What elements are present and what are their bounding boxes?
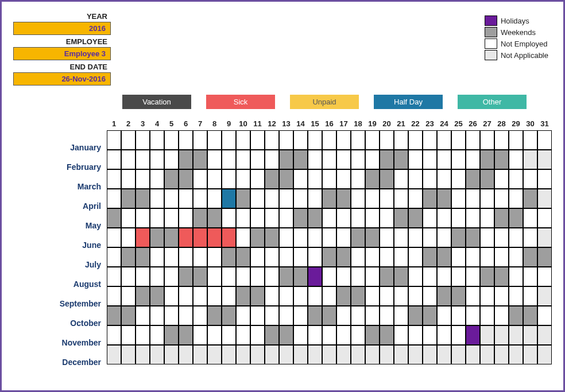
day-cell[interactable]: [380, 150, 394, 169]
day-cell[interactable]: [466, 169, 480, 189]
day-cell[interactable]: [380, 169, 394, 189]
day-cell[interactable]: [164, 286, 179, 306]
day-cell[interactable]: [437, 150, 451, 169]
day-cell[interactable]: [523, 306, 537, 325]
day-cell[interactable]: [121, 286, 136, 306]
day-cell[interactable]: [236, 325, 250, 345]
day-cell[interactable]: [293, 345, 308, 364]
day-cell[interactable]: [322, 345, 336, 364]
day-cell[interactable]: [322, 189, 336, 208]
day-cell[interactable]: [308, 150, 322, 169]
day-cell[interactable]: [322, 169, 336, 189]
day-cell[interactable]: [423, 247, 437, 267]
day-cell[interactable]: [394, 130, 408, 150]
day-cell[interactable]: [336, 130, 351, 150]
day-cell[interactable]: [523, 345, 537, 364]
day-cell[interactable]: [494, 130, 509, 150]
day-cell[interactable]: [451, 267, 466, 286]
day-cell[interactable]: [265, 150, 279, 169]
day-cell[interactable]: [451, 228, 466, 247]
day-cell[interactable]: [293, 169, 308, 189]
day-cell[interactable]: [293, 267, 308, 286]
day-cell[interactable]: [308, 247, 322, 267]
day-cell[interactable]: [107, 286, 121, 306]
day-cell[interactable]: [451, 150, 466, 169]
day-cell[interactable]: [222, 169, 236, 189]
day-cell[interactable]: [121, 345, 136, 364]
day-cell[interactable]: [265, 345, 279, 364]
day-cell[interactable]: [494, 286, 509, 306]
day-cell[interactable]: [179, 130, 193, 150]
day-cell[interactable]: [222, 306, 236, 325]
day-cell[interactable]: [121, 267, 136, 286]
day-cell[interactable]: [236, 345, 250, 364]
day-cell[interactable]: [150, 345, 164, 364]
day-cell[interactable]: [150, 306, 164, 325]
day-cell[interactable]: [351, 189, 365, 208]
day-cell[interactable]: [193, 267, 207, 286]
day-cell[interactable]: [179, 267, 193, 286]
day-cell[interactable]: [236, 130, 250, 150]
day-cell[interactable]: [480, 345, 494, 364]
year-value[interactable]: 2016: [13, 22, 111, 35]
enddate-value[interactable]: 26-Nov-2016: [13, 72, 111, 86]
day-cell[interactable]: [136, 286, 150, 306]
day-cell[interactable]: [394, 208, 408, 228]
day-cell[interactable]: [437, 130, 451, 150]
day-cell[interactable]: [380, 286, 394, 306]
day-cell[interactable]: [293, 150, 308, 169]
day-cell[interactable]: [394, 169, 408, 189]
day-cell[interactable]: [136, 345, 150, 364]
day-cell[interactable]: [408, 306, 423, 325]
day-cell[interactable]: [265, 169, 279, 189]
day-cell[interactable]: [408, 286, 423, 306]
day-cell[interactable]: [380, 130, 394, 150]
day-cell[interactable]: [394, 345, 408, 364]
day-cell[interactable]: [380, 247, 394, 267]
day-cell[interactable]: [136, 267, 150, 286]
day-cell[interactable]: [336, 228, 351, 247]
day-cell[interactable]: [265, 228, 279, 247]
day-cell[interactable]: [394, 286, 408, 306]
day-cell[interactable]: [222, 228, 236, 247]
day-cell[interactable]: [322, 130, 336, 150]
day-cell[interactable]: [351, 345, 365, 364]
day-cell[interactable]: [308, 325, 322, 345]
day-cell[interactable]: [164, 169, 179, 189]
day-cell[interactable]: [537, 189, 552, 208]
day-cell[interactable]: [523, 325, 537, 345]
day-cell[interactable]: [222, 189, 236, 208]
day-cell[interactable]: [509, 267, 523, 286]
day-cell[interactable]: [193, 325, 207, 345]
day-cell[interactable]: [509, 306, 523, 325]
day-cell[interactable]: [380, 306, 394, 325]
day-cell[interactable]: [423, 306, 437, 325]
day-cell[interactable]: [394, 228, 408, 247]
day-cell[interactable]: [308, 228, 322, 247]
day-cell[interactable]: [193, 228, 207, 247]
day-cell[interactable]: [408, 130, 423, 150]
day-cell[interactable]: [537, 345, 552, 364]
day-cell[interactable]: [250, 286, 265, 306]
day-cell[interactable]: [351, 286, 365, 306]
day-cell[interactable]: [265, 130, 279, 150]
day-cell[interactable]: [480, 228, 494, 247]
day-cell[interactable]: [466, 325, 480, 345]
day-cell[interactable]: [523, 169, 537, 189]
day-cell[interactable]: [207, 228, 222, 247]
day-cell[interactable]: [336, 345, 351, 364]
day-cell[interactable]: [394, 306, 408, 325]
day-cell[interactable]: [365, 169, 380, 189]
day-cell[interactable]: [537, 169, 552, 189]
day-cell[interactable]: [466, 189, 480, 208]
day-cell[interactable]: [537, 267, 552, 286]
day-cell[interactable]: [437, 286, 451, 306]
day-cell[interactable]: [437, 306, 451, 325]
day-cell[interactable]: [222, 130, 236, 150]
day-cell[interactable]: [537, 150, 552, 169]
day-cell[interactable]: [107, 345, 121, 364]
day-cell[interactable]: [222, 286, 236, 306]
day-cell[interactable]: [423, 286, 437, 306]
day-cell[interactable]: [222, 345, 236, 364]
day-cell[interactable]: [236, 286, 250, 306]
